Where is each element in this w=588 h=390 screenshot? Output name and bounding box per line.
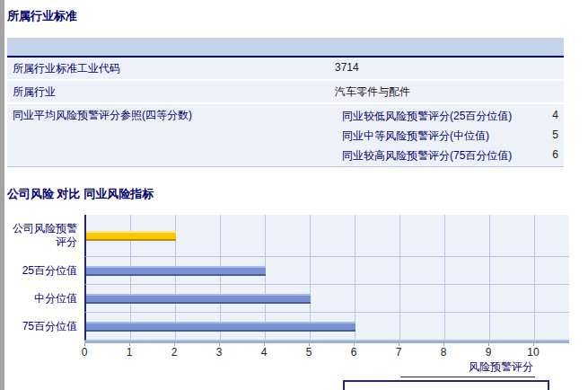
industry-code-label: 所属行业标准工业代码 xyxy=(7,58,335,79)
bar-industry-median xyxy=(86,294,311,304)
x-tick: 8 xyxy=(434,346,452,359)
category-label-company-score: 公司风险预警评分 xyxy=(7,215,84,257)
x-tick: 5 xyxy=(300,346,318,359)
peer-score-list: 同业较低风险预警评分(25百分位值) 4 同业中等风险预警评分(中位值) 5 同… xyxy=(335,104,564,166)
risk-comparison-bar-chart: 公司风险预警评分 25百分位值 中分位值 75百分位值 012345678910 xyxy=(7,215,569,390)
x-tick: 4 xyxy=(255,346,273,359)
x-tick: 9 xyxy=(479,346,497,359)
comparison-section-title: 公司风险 对比 同业风险指标 xyxy=(7,183,588,202)
peer-score-row: 同业中等风险预警评分(中位值) 5 xyxy=(335,125,564,145)
peer-average-label: 同业平均风险预警评分参照(四等分数) xyxy=(7,104,335,126)
peer-score-row: 同业较高风险预警评分(75百分位值) 6 xyxy=(335,145,564,164)
industry-standard-table: 所属行业标准工业代码 3714 所属行业 汽车零件与配件 同业平均风险预警评分参… xyxy=(7,38,564,167)
peer-average-row: 同业平均风险预警评分参照(四等分数) 同业较低风险预警评分(25百分位值) 4 … xyxy=(7,104,564,167)
xlabel-spacer xyxy=(7,359,84,377)
table-row: 所属行业标准工业代码 3714 xyxy=(7,58,564,81)
x-axis-label-wrap: 风险预警评分 xyxy=(84,359,569,377)
peer-low-score-label: 同业较低风险预警评分(25百分位值) xyxy=(335,105,533,125)
peer-low-score-value: 4 xyxy=(533,105,564,125)
chart-row xyxy=(84,215,569,257)
peer-median-score-label: 同业中等风险预警评分(中位值) xyxy=(335,125,533,145)
chart-row xyxy=(84,257,569,285)
ticks-spacer xyxy=(7,343,84,359)
category-label-median: 中分位值 xyxy=(7,285,84,313)
chart-row xyxy=(84,313,569,341)
x-tick: 1 xyxy=(120,346,138,359)
industry-code-value: 3714 xyxy=(335,58,564,79)
x-tick: 2 xyxy=(165,346,183,359)
chart-legend: 浙江仙通橡塑股份有限公司 行业 xyxy=(343,380,549,390)
peer-high-score-value: 6 xyxy=(533,145,564,164)
x-tick: 6 xyxy=(345,346,363,359)
industry-section-title: 所属行业标准 xyxy=(7,5,588,24)
x-tick: 7 xyxy=(390,346,408,359)
x-tick-labels: 012345678910 xyxy=(84,343,569,359)
industry-name-value: 汽车零件与配件 xyxy=(335,81,564,102)
table-header-row xyxy=(7,38,564,58)
x-tick: 3 xyxy=(210,346,228,359)
bar-industry-p25 xyxy=(86,266,266,276)
peer-score-row: 同业较低风险预警评分(25百分位值) 4 xyxy=(335,105,564,125)
bar-industry-p75 xyxy=(86,322,355,332)
x-axis-label: 风险预警评分 xyxy=(400,359,535,377)
industry-name-label: 所属行业 xyxy=(7,81,335,102)
peer-median-score-value: 5 xyxy=(533,125,564,145)
peer-high-score-label: 同业较高风险预警评分(75百分位值) xyxy=(335,145,533,164)
chart-plot-area: 公司风险预警评分 25百分位值 中分位值 75百分位值 012345678910 xyxy=(7,215,569,377)
report-page: 所属行业标准 所属行业标准工业代码 3714 所属行业 汽车零件与配件 同业平均… xyxy=(0,0,588,390)
category-label-p25: 25百分位值 xyxy=(7,257,84,285)
bar-company-score xyxy=(86,231,176,241)
x-tick: 0 xyxy=(75,346,93,359)
category-label-p75: 75百分位值 xyxy=(7,313,84,341)
table-row: 所属行业 汽车零件与配件 xyxy=(7,81,564,104)
x-tick: 10 xyxy=(524,346,542,359)
chart-row xyxy=(84,285,569,313)
